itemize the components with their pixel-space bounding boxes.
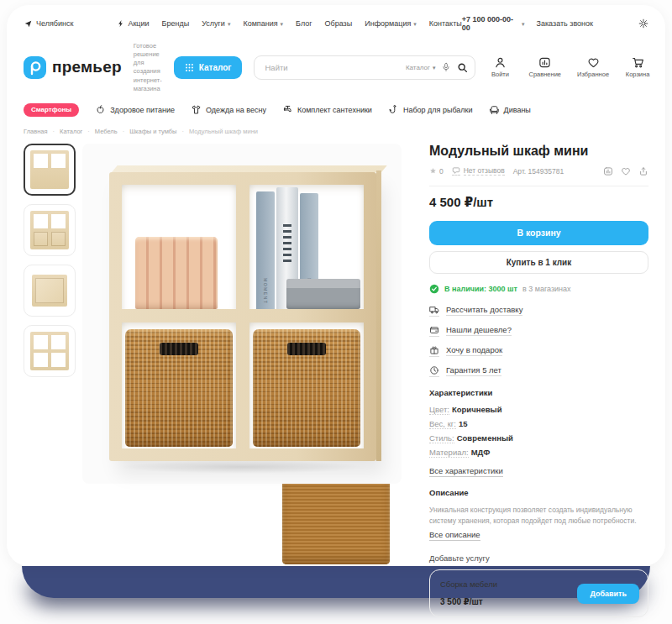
compare-icon[interactable] <box>603 166 613 176</box>
category-plumbing-kit[interactable]: Комплект сантехники <box>282 104 372 115</box>
product-sku: Арт. 154935781 <box>513 167 564 176</box>
category-fishing-set[interactable]: Набор для рыбалки <box>388 104 473 115</box>
rating: 0 <box>429 167 444 176</box>
faucet-icon <box>282 104 293 115</box>
thumbnail-4[interactable] <box>24 325 76 377</box>
logo-text: премьер <box>52 58 122 76</box>
product-page: MOMENT MOMENT Модульный шкаф мини <box>24 135 648 624</box>
truck-icon <box>429 305 439 317</box>
product-photo[interactable]: MOMENT MOMENT <box>82 144 402 484</box>
all-description-link[interactable]: Все описание <box>429 530 480 541</box>
stock-stores-link[interactable]: в 3 магазинах <box>522 285 571 293</box>
thumbnail-1[interactable] <box>24 144 76 196</box>
topbar-right: +7 100 000-00-00▾ Заказать звонок <box>462 15 648 32</box>
fishing-hook-icon <box>388 104 399 115</box>
breadcrumb: Главная Каталог Мебель Шкафы и тумбы Мод… <box>24 117 648 135</box>
city-selector[interactable]: Челябинск <box>24 19 73 29</box>
nav-company[interactable]: Компания▾ <box>243 19 283 28</box>
catalog-button[interactable]: Каталог <box>174 56 243 79</box>
shelf-illustration: MOMENT MOMENT <box>109 172 376 461</box>
chevron-down-icon: ▾ <box>433 65 436 71</box>
microphone-icon[interactable] <box>441 62 451 72</box>
breadcrumb-furniture[interactable]: Мебель <box>95 128 124 135</box>
warranty-link[interactable]: Гарантия 5 лет <box>429 365 648 377</box>
reviews-link[interactable]: Нет отзывов <box>452 166 505 176</box>
nav-looks[interactable]: Образы <box>325 19 353 28</box>
product-price: 4 500 ₽/шт <box>429 195 648 210</box>
category-sofas[interactable]: Диваны <box>489 104 531 115</box>
search-icon[interactable] <box>457 62 468 73</box>
cart-button[interactable]: Корзина <box>625 56 650 78</box>
gallery-thumbnails <box>24 144 76 624</box>
specs-title: Характеристики <box>429 388 648 397</box>
nav-contacts[interactable]: Контакты <box>429 19 462 28</box>
login-button[interactable]: Войти <box>487 56 512 78</box>
chevron-down-icon: ▾ <box>228 21 231 27</box>
buy-one-click-button[interactable]: Купить в 1 клик <box>429 251 648 274</box>
delivery-calc-link[interactable]: Рассчитать доставку <box>429 305 648 317</box>
nav-promos[interactable]: Акции <box>117 19 149 28</box>
description-title: Описание <box>429 488 648 497</box>
search-input[interactable] <box>263 62 399 73</box>
phone-dropdown[interactable]: +7 100 000-00-00▾ <box>462 15 525 32</box>
heart-icon <box>587 56 600 69</box>
category-spring-clothes[interactable]: Одежда на весну <box>191 104 266 115</box>
stock-status: В наличии: 3000 шт в 3 магазинах <box>429 284 648 294</box>
chevron-down-icon: ▾ <box>522 21 525 27</box>
category-nav: Смартфоны Здоровое питание Одежда на вес… <box>24 93 648 117</box>
compare-button[interactable]: Сравнение <box>528 56 561 78</box>
nav-brands[interactable]: Бренды <box>162 19 190 28</box>
thumbnail-3[interactable] <box>24 265 76 317</box>
rating-value: 0 <box>439 167 444 176</box>
logo-icon <box>24 56 46 79</box>
nav-blog[interactable]: Блог <box>296 19 312 28</box>
sun-icon <box>638 18 648 29</box>
sofa-icon <box>489 104 500 115</box>
all-specs-link[interactable]: Все характеристики <box>429 466 503 477</box>
header-actions: Войти Сравнение Избранное Корзина <box>487 56 650 78</box>
category-healthy-food[interactable]: Здоровое питание <box>95 104 175 115</box>
city-label: Челябинск <box>36 19 73 28</box>
search-scope-dropdown[interactable]: Каталог▾ <box>406 64 436 71</box>
add-to-cart-button[interactable]: В корзину <box>429 221 648 245</box>
product-info: Модульный шкаф мини 0 Нет отзывов Арт. 1… <box>429 144 648 624</box>
breadcrumb-catalog[interactable]: Каталог <box>60 128 90 135</box>
main-card: Челябинск Акции Бренды Услуги▾ Компания▾… <box>7 5 665 566</box>
lightning-icon <box>117 19 125 28</box>
thumbnail-2[interactable] <box>24 204 76 256</box>
gift-link[interactable]: Хочу в подарок <box>429 345 648 357</box>
heart-icon[interactable] <box>621 166 631 176</box>
nav-info[interactable]: Информация▾ <box>365 19 417 28</box>
description-text: Уникальная конструкция позволяет создать… <box>429 505 648 527</box>
add-service-button[interactable]: Добавить <box>577 584 639 604</box>
favorites-button[interactable]: Избранное <box>577 56 609 78</box>
chevron-down-icon: ▾ <box>281 21 284 27</box>
topbar-nav: Акции Бренды Услуги▾ Компания▾ Блог Обра… <box>117 19 461 28</box>
nav-services[interactable]: Услуги▾ <box>202 19 230 28</box>
user-icon <box>494 56 507 69</box>
gift-icon <box>429 345 439 357</box>
share-icon[interactable] <box>638 166 648 176</box>
comment-icon <box>452 166 460 176</box>
page: Челябинск Акции Бренды Услуги▾ Компания▾… <box>0 0 672 624</box>
star-icon <box>429 167 437 175</box>
theme-toggle[interactable] <box>638 18 648 29</box>
search-bar: Каталог▾ <box>254 55 475 80</box>
product-quick-actions <box>603 166 648 176</box>
callback-link[interactable]: Заказать звонок <box>537 19 593 28</box>
category-smartphones-pill[interactable]: Смартфоны <box>24 103 79 117</box>
compare-icon <box>538 56 551 69</box>
topbar: Челябинск Акции Бренды Услуги▾ Компания▾… <box>24 5 648 32</box>
wallet-icon <box>429 325 439 337</box>
grid-icon <box>185 63 194 72</box>
wicker-basket <box>253 329 360 447</box>
breadcrumb-cabinets[interactable]: Шкафы и тумбы <box>129 128 184 135</box>
spec-row: Материал:МДФ <box>429 448 648 457</box>
spec-row: Цвет:Коричневый <box>429 405 648 414</box>
service-card: Сборка мебели 3 500 ₽/шт Добавить <box>429 569 648 617</box>
breadcrumb-home[interactable]: Главная <box>24 128 55 135</box>
found-cheaper-link[interactable]: Нашли дешевле? <box>429 325 648 337</box>
logo[interactable]: премьер <box>24 56 122 79</box>
location-icon <box>24 19 33 29</box>
site-tagline: Готовое решение для создания интернет-ма… <box>134 42 162 93</box>
